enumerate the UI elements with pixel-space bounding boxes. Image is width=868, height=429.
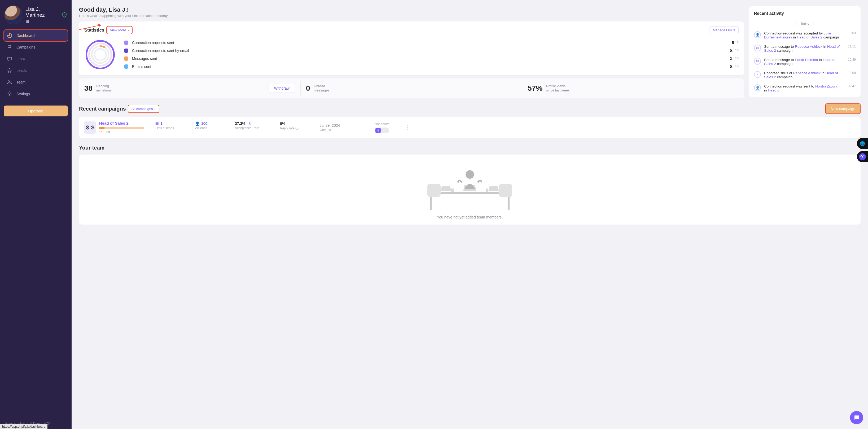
view-more-button[interactable]: View More › [106,26,132,34]
svg-rect-19 [486,188,488,192]
info-icon[interactable]: ⓘ [296,126,299,130]
gears-icon: ⚙︎⚙︎ [84,121,96,134]
person-icon: 👤 [754,84,761,91]
message-icon: ✉ [754,44,761,52]
chevron-right-icon: › [155,107,156,111]
section-title: Recent campaigns [79,106,126,112]
activity-campaign-link[interactable]: Head of [768,88,780,92]
campaign-name-link[interactable]: Head of Sales 2 [99,121,129,125]
metric-acceptance: 27.3%3 Acceptance Rate [235,121,277,134]
statistics-title: Statistics [84,28,104,33]
metric-leads: 👤 100 All leads [195,121,232,134]
gear-icon [7,91,12,96]
main: Good day, Lisa J.! Here's what's happeni… [71,0,868,429]
shield-icon [62,12,67,18]
activity-list: 👤 Connection request was accepted by Jul… [754,29,856,95]
status-toggle[interactable]: ⏸ [375,127,389,133]
bot-icon: 👁 [859,153,866,160]
stat-row: Messages sent 2/ 20 [124,57,739,61]
sidebar-item-campaigns[interactable]: Campaigns [4,41,68,53]
sidebar-item-inbox[interactable]: Inbox [4,53,68,65]
activity-person-link[interactable]: Nordin Zitouni [815,84,838,88]
chat-icon [854,415,860,421]
profile-name: Lisa J. Martinez [26,6,58,18]
sidebar-item-label: Inbox [17,57,26,61]
activity-campaign-link[interactable]: Head of Sales 2 [797,35,823,39]
kpi-pending: 38 Pendinginvitations Withdraw [79,81,301,95]
activity-person-link[interactable]: Rebecca Ashlock [793,71,821,75]
activity-item: 👤 Connection request was accepted by Jul… [754,29,856,42]
svg-rect-18 [451,188,454,192]
kpi-bar: 38 Pendinginvitations Withdraw 0 Unreadm… [79,79,744,98]
sidebar-item-dashboard[interactable]: Dashboard [4,30,68,41]
activity-person-link[interactable]: Pablo Palmino [795,58,818,62]
stat-row: Emails sent 0/ 20 [124,64,739,69]
sidebar-item-team[interactable]: Team [4,76,68,88]
sidebar-nav: Dashboard Campaigns Inbox Leads Team Set… [4,30,68,100]
activity-item: ✓ Endorsed skills of Rebecca Ashlock in … [754,68,856,82]
page-subtitle: Here's what's happening with your Linked… [79,14,744,18]
assistant-fab[interactable]: 👁 [857,151,868,162]
metric-reply: 0% Reply rate ⓘ [280,121,317,134]
person-icon: 👤 [195,121,199,126]
sidebar-item-settings[interactable]: Settings [4,88,68,100]
sidebar-item-label: Campaigns [17,45,35,49]
people-icon [7,80,12,85]
activity-item: ✉ Sent a message to Rebecca Ashlock in H… [754,42,856,55]
activity-person-link[interactable]: Rebecca Ashlock [795,44,823,49]
team-card: You have not yet added team members. [79,155,861,224]
chevron-right-icon: › [128,28,129,32]
metric-created: Jul 29, 2024 Created [320,123,362,132]
sidebar-item-label: Leads [17,68,27,73]
status-toggle-col: Not active ⏸ [365,122,399,133]
svg-point-2 [9,93,10,95]
svg-point-1 [10,81,11,83]
stats-ring-chart [84,39,116,70]
profile-block: Lisa J. Martinez ▦ [4,5,68,29]
activity-date-chip: Today [796,21,814,27]
browser-status-bar: https://app.dripify.io/dashboard [0,424,48,429]
chat-icon [7,56,12,62]
svg-rect-16 [499,184,512,197]
manage-limits-button[interactable]: Manage Limits [709,26,739,34]
translate-fab[interactable]: 🌐 [857,138,868,149]
pie-icon [7,33,12,38]
withdraw-button[interactable]: Withdraw [269,84,295,93]
activity-item: 👤 Connection request was sent to Nordin … [754,82,856,95]
campaign-row[interactable]: ⚙︎⚙︎ Head of Sales 2 1189 ☰ 1 Lists of l… [79,117,861,138]
sidebar: Lisa J. Martinez ▦ Dashboard Campaigns I… [0,0,71,429]
sidebar-item-label: Dashboard [17,33,35,38]
check-icon: ✓ [754,71,761,78]
svg-point-10 [94,49,106,60]
team-title: Your team [79,145,104,151]
sidebar-item-label: Settings [17,92,30,96]
new-campaign-button[interactable]: New campaign [825,103,861,114]
pause-icon: ⏸ [375,128,381,133]
team-illustration [411,160,528,213]
greeting: Good day, Lisa J.! Here's what's happeni… [79,6,744,18]
page-title: Good day, Lisa J.! [79,6,744,13]
upgrade-button[interactable]: Upgrade [4,105,68,116]
svg-point-17 [466,170,474,179]
svg-rect-15 [427,184,441,197]
translate-icon: 🌐 [860,141,865,146]
all-campaigns-button[interactable]: All campaigns › [128,105,159,113]
message-icon: ✉ [754,58,761,65]
list-icon: ☰ [155,121,159,126]
svg-point-5 [86,41,114,68]
dot-icon [124,57,128,61]
avatar[interactable] [5,6,22,24]
person-icon: 👤 [754,31,761,38]
kpi-unread: 0 Unreadmessages [301,81,522,95]
dot-icon [124,49,128,53]
sidebar-item-leads[interactable]: Leads [4,65,68,76]
team-empty-text: You have not yet added team members. [437,215,503,219]
metric-lists: ☰ 1 Lists of leads [155,121,192,134]
statistics-card: Statistics View More › Manage Limits [79,22,744,75]
device-icon: ▦ [26,19,29,23]
campaign-progress [99,127,144,129]
chat-fab[interactable] [850,411,863,424]
activity-item: ✉ Sent a message to Pablo Palmino in Hea… [754,55,856,68]
svg-point-0 [8,81,9,82]
row-menu-button[interactable]: ⋮ [402,124,412,131]
